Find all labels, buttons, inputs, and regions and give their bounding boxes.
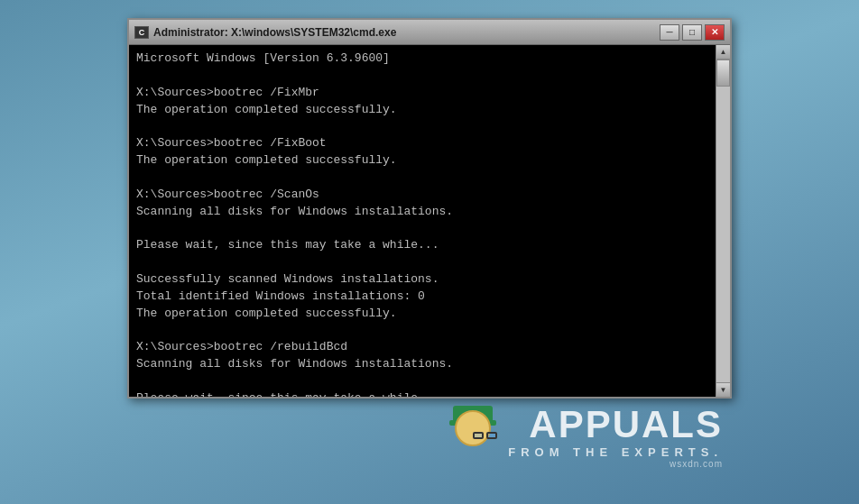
page-wrapper: C Administrator: X:\windows\SYSTEM32\cmd…: [0, 0, 859, 504]
appuals-main-text: APPUALS: [529, 406, 723, 444]
watermark-area: APPUALS FROM THE EXPERTS. wsxdn.com: [127, 399, 732, 471]
mascot-lens-left: [473, 432, 484, 439]
mascot: [441, 406, 504, 469]
scrollbar-up-button[interactable]: ▲: [716, 45, 730, 60]
close-button[interactable]: ✕: [705, 24, 725, 41]
scrollbar-down-button[interactable]: ▼: [716, 382, 730, 397]
mascot-head: [455, 410, 491, 446]
appuals-brand: APPUALS FROM THE EXPERTS. wsxdn.com: [508, 406, 723, 469]
cmd-body: Microsoft Windows [Version 6.3.9600] X:\…: [129, 45, 730, 397]
cmd-window: C Administrator: X:\windows\SYSTEM32\cmd…: [127, 18, 732, 399]
appuals-url: wsxdn.com: [670, 459, 723, 469]
scrollbar[interactable]: ▲ ▼: [716, 45, 730, 397]
minimize-button[interactable]: ─: [660, 24, 679, 41]
terminal-output: Microsoft Windows [Version 6.3.9600] X:\…: [129, 45, 716, 397]
cmd-titlebar: C Administrator: X:\windows\SYSTEM32\cmd…: [129, 20, 730, 45]
mascot-glasses: [473, 432, 497, 439]
window-title: Administrator: X:\windows\SYSTEM32\cmd.e…: [153, 26, 396, 39]
maximize-button[interactable]: □: [682, 24, 702, 41]
scrollbar-thumb[interactable]: [716, 60, 730, 87]
appuals-sub-text: FROM THE EXPERTS.: [508, 445, 723, 459]
appuals-logo-row: APPUALS: [529, 406, 723, 444]
titlebar-buttons: ─ □ ✕: [660, 24, 725, 41]
titlebar-left: C Administrator: X:\windows\SYSTEM32\cmd…: [134, 26, 396, 39]
mascot-lens-right: [486, 432, 497, 439]
scrollbar-track[interactable]: [716, 60, 730, 382]
cmd-app-icon: C: [134, 26, 149, 39]
